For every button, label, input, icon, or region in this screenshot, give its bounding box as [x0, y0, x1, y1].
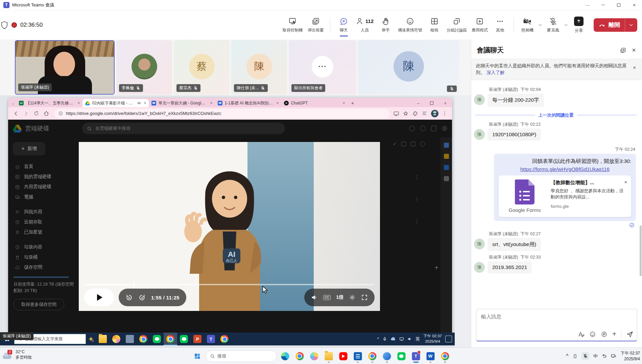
- chrome-minimize-button[interactable]: –: [411, 101, 425, 106]
- message-compose-box[interactable]: +: [476, 309, 637, 341]
- learn-more-link[interactable]: 深入了解: [486, 70, 505, 75]
- site-info-icon[interactable]: [58, 111, 63, 116]
- attach-plus-icon[interactable]: +: [612, 330, 616, 338]
- chrome-restore-button[interactable]: [425, 101, 438, 106]
- browser-tab[interactable]: ChatGPT ×: [281, 99, 348, 107]
- contacts-icon[interactable]: [444, 176, 449, 181]
- participant-tile-speaker[interactable]: 張淑萍 (未驗證): [15, 40, 115, 95]
- tab-search-icon[interactable]: ⌄: [11, 101, 16, 107]
- show-all-participants-tile[interactable]: ⋯ 顯示所有與會者: [289, 40, 356, 95]
- drive-nav-home[interactable]: 首頁: [12, 162, 75, 172]
- new-tab-button[interactable]: +: [348, 100, 357, 107]
- taskbar-app-chrome[interactable]: [293, 349, 306, 363]
- onedrive-cloud-icon[interactable]: [390, 337, 396, 341]
- volume-icon[interactable]: [311, 294, 318, 301]
- restore-button[interactable]: [611, 0, 626, 10]
- extensions-icon[interactable]: [412, 111, 418, 117]
- video-progressbar[interactable]: [84, 284, 375, 285]
- win11-search-box[interactable]: 搜尋: [206, 350, 277, 362]
- undo-arrow-icon[interactable]: [602, 354, 607, 359]
- tab-audio-icon[interactable]: [137, 101, 141, 105]
- taskbar-app-file-explorer[interactable]: [96, 333, 110, 345]
- tab-close-icon[interactable]: ×: [143, 101, 146, 105]
- tab-close-icon[interactable]: ×: [276, 101, 279, 105]
- help-icon[interactable]: [409, 126, 415, 131]
- win11-start-button[interactable]: [191, 349, 203, 363]
- phone-link-icon[interactable]: [573, 354, 577, 359]
- ime-indicator[interactable]: 中: [593, 353, 598, 359]
- mic-chevron-icon[interactable]: [563, 22, 569, 28]
- chrome-menu-icon[interactable]: [442, 111, 447, 116]
- close-button[interactable]: ×: [626, 0, 642, 10]
- get-more-storage-button[interactable]: 取得更多儲存空間: [14, 299, 64, 310]
- more-button[interactable]: 其他: [491, 15, 509, 35]
- taskbar-app-copilot[interactable]: [308, 349, 320, 363]
- taskbar-app-chrome-work[interactable]: [439, 349, 451, 363]
- display-audio-icon[interactable]: [611, 354, 617, 359]
- playback-speed-button[interactable]: 1倍: [336, 294, 343, 300]
- tab-close-icon[interactable]: ×: [209, 101, 212, 105]
- close-chat-icon[interactable]: ×: [632, 46, 636, 54]
- camera-button[interactable]: 照相機: [518, 15, 537, 35]
- copilot-sparkle-icon[interactable]: [86, 336, 96, 342]
- display-icon[interactable]: [399, 337, 404, 341]
- browser-tab[interactable]: 【114準大一、五專先修磨課師 ×: [16, 99, 82, 107]
- row-menu-icon[interactable]: ⋮: [414, 196, 420, 202]
- taskbar-app-calculator[interactable]: [352, 349, 364, 363]
- browser-tab[interactable]: 1-1基礎 AI 概念與AI類別 - Goo ×: [215, 99, 281, 107]
- home-button[interactable]: [42, 109, 51, 118]
- drive-nav-mydrive[interactable]: 我的雲端硬碟: [12, 172, 75, 182]
- taskbar-app-chrome-active[interactable]: [164, 333, 177, 345]
- profile-avatar[interactable]: [431, 110, 438, 117]
- apps-grid-icon[interactable]: [431, 126, 436, 131]
- taskbar-app-chrome[interactable]: [137, 333, 150, 345]
- mic-button[interactable]: 麥克風: [544, 15, 563, 35]
- share-button[interactable]: 分享: [569, 15, 588, 35]
- settings-gear-icon[interactable]: [420, 126, 426, 131]
- reload-button[interactable]: [32, 109, 41, 118]
- play-button[interactable]: [84, 289, 114, 306]
- camera-chevron-icon[interactable]: [538, 22, 543, 28]
- taskbar-app-teams[interactable]: T: [410, 349, 422, 363]
- row-menu-icon[interactable]: ⋮: [414, 218, 420, 224]
- video-player[interactable]: AI 自己人: [79, 142, 380, 311]
- fullscreen-icon[interactable]: [361, 294, 368, 301]
- select-check-icon[interactable]: ✓: [393, 141, 397, 146]
- view-button[interactable]: 檢視: [425, 15, 444, 35]
- forward-10-button[interactable]: 10: [138, 294, 146, 301]
- minimize-button[interactable]: [595, 0, 611, 10]
- popout-button[interactable]: 彈出視窗: [306, 15, 326, 35]
- participant-tile[interactable]: 陳: [358, 40, 459, 95]
- cast-icon[interactable]: [393, 111, 399, 117]
- participant-tile[interactable]: 李佩倫: [116, 40, 172, 95]
- apps-button[interactable]: 應用程式: [470, 15, 490, 35]
- raise-hand-button[interactable]: 舉手: [376, 15, 395, 35]
- drive-nav-starred[interactable]: 已加星號: [12, 227, 75, 237]
- link-preview-card[interactable]: Google Forms 【教師數位增能】... × 學員您好 ， 感謝您參與本…: [499, 175, 631, 217]
- ime-indicator[interactable]: 英: [415, 336, 420, 342]
- taskbar-app-powerpoint[interactable]: P: [191, 333, 204, 345]
- speaker-icon[interactable]: [407, 337, 412, 341]
- taskbar-app-teams[interactable]: T: [204, 333, 218, 345]
- leave-button[interactable]: 離開: [594, 18, 637, 32]
- settings-gear-icon[interactable]: [349, 294, 356, 301]
- taskbar-app-file-explorer[interactable]: [323, 349, 335, 363]
- back-button[interactable]: [11, 109, 20, 118]
- breakout-rooms-button[interactable]: 分組討論區: [445, 15, 469, 35]
- grid-view-icon[interactable]: [411, 142, 415, 146]
- tray-mic-muted-icon[interactable]: [581, 352, 589, 360]
- taskbar-app-photos[interactable]: [381, 349, 393, 363]
- participant-tile[interactable]: 蔡 蔡宗杰: [174, 40, 230, 95]
- remove-preview-icon[interactable]: ×: [624, 179, 627, 185]
- address-bar[interactable]: https://drive.google.com/drive/folders/1…: [54, 109, 390, 118]
- taskbar-app-edge[interactable]: [279, 349, 291, 363]
- drive-new-button[interactable]: +新增: [13, 142, 45, 155]
- take-control-button[interactable]: 取得控制權: [281, 15, 305, 35]
- tray-mic-icon[interactable]: [382, 337, 387, 341]
- chat-button[interactable]: 聊天: [334, 15, 353, 35]
- drive-nav-storage[interactable]: 儲存空間: [12, 262, 75, 272]
- leave-chevron-icon[interactable]: [625, 18, 637, 32]
- forms-link[interactable]: https://forms.gle/wHVgQBfGd1Ukaq116: [499, 166, 631, 172]
- browser-tab-active[interactable]: 02內嵌字幕影片檔 - Googl ×: [82, 99, 149, 107]
- taskbar-app-chrome-profile[interactable]: [366, 349, 378, 363]
